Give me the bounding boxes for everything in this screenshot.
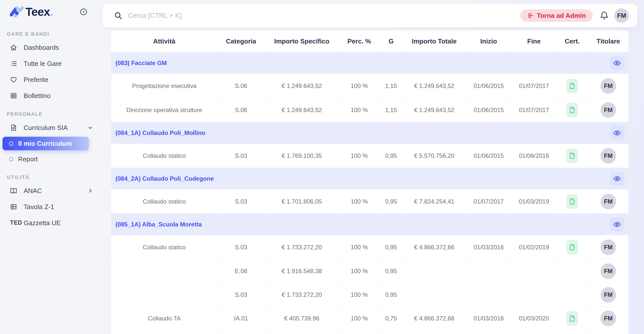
cell-cert xyxy=(556,235,588,259)
table-row: Direzione operativa struttureS.06€ 1.249… xyxy=(111,98,628,122)
owner-avatar[interactable]: FM xyxy=(600,240,616,255)
list-icon xyxy=(10,60,17,67)
subcell-titolare: FM xyxy=(588,259,628,283)
subcell-categoria: E.08 xyxy=(218,259,265,283)
eye-icon xyxy=(613,129,621,137)
cell-attivita: Collaudo statico xyxy=(111,189,218,213)
group-label: (084_1A) Collaudo Poli_Mollino xyxy=(115,129,205,136)
cell-importo_specifico: € 1.733.272,20 xyxy=(265,235,339,259)
sidebar-item-curriculum-sia[interactable]: Curriculum SIA xyxy=(0,120,102,136)
search-input[interactable] xyxy=(128,12,520,20)
sidebar-item-label: Preferite xyxy=(24,76,93,84)
table-grid-icon xyxy=(10,203,17,210)
sidebar-item-bollettino[interactable]: Bollettino xyxy=(0,88,102,104)
sidebar-item-il-mio-curriculum[interactable]: Il mio Curriculum xyxy=(3,137,89,150)
sidebar-item-dashboards[interactable]: Dashboards xyxy=(0,39,102,56)
sidebar-item-anac[interactable]: ANAC xyxy=(0,183,102,199)
home-icon xyxy=(10,44,17,51)
certificate-file-icon xyxy=(569,106,576,114)
subcell-importo_specifico: € 1.733.272,20 xyxy=(265,283,339,307)
table-row: Collaudo staticoS.03€ 1.769.100,35100 %0… xyxy=(111,144,628,168)
cell-importo_specifico: € 1.249.643,52 xyxy=(265,98,339,122)
cell-categoria: S.06 xyxy=(218,98,265,122)
topbar: Torna ad Admin FM xyxy=(102,4,637,27)
view-group-button[interactable] xyxy=(610,172,624,186)
certificate-file-icon xyxy=(569,243,576,251)
certificate-file-icon xyxy=(569,198,576,205)
column-header: Titolare xyxy=(588,30,628,52)
cell-importo_specifico: € 1.249.643,52 xyxy=(265,74,339,98)
notifications-button[interactable] xyxy=(600,11,609,20)
owner-avatar[interactable]: FM xyxy=(600,78,616,94)
cell-categoria: S.03 xyxy=(218,235,265,259)
section-label-personale: PERSONALE xyxy=(7,111,102,117)
column-header: Attività xyxy=(111,30,218,52)
table-group-row[interactable]: (085_1A) Alba_Scuola Moretta xyxy=(111,214,628,235)
ted-icon: TED xyxy=(10,219,17,226)
view-group-button[interactable] xyxy=(610,126,624,140)
eye-icon xyxy=(613,221,621,228)
brand-name: Teex. xyxy=(25,5,53,19)
sidebar-toggle-button[interactable] xyxy=(80,8,87,16)
heart-icon xyxy=(10,76,17,83)
eye-icon xyxy=(613,59,621,67)
certificate-badge xyxy=(567,194,578,209)
column-header: Inizio xyxy=(466,30,512,52)
cell-perc: 100 % xyxy=(339,74,380,98)
cell-importo_specifico: € 1.701.806,05 xyxy=(265,189,339,213)
column-header: Fine xyxy=(512,30,556,52)
sidebar-item-report[interactable]: Report xyxy=(0,151,102,167)
cell-g: 1,15 xyxy=(380,98,403,122)
cell-attivita: Direzione operativa strutture xyxy=(111,98,218,122)
owner-avatar[interactable]: FM xyxy=(600,148,616,164)
cell-titolare: FM xyxy=(588,189,628,213)
owner-avatar[interactable]: FM xyxy=(600,102,616,118)
table-group-row[interactable]: (084_2A) Collaudo Poli_Codegone xyxy=(111,168,628,189)
torna-ad-admin-button[interactable]: Torna ad Admin xyxy=(520,9,593,22)
newspaper-icon xyxy=(10,92,17,99)
table-group-row[interactable]: (084_1A) Collaudo Poli_Mollino xyxy=(111,122,628,144)
certificate-badge xyxy=(567,79,578,93)
cell-inizio: 01/06/2015 xyxy=(466,144,512,168)
sidebar: Teex. GARE E BANDI Dashboards Tutte le G… xyxy=(0,0,102,334)
sidebar-item-preferite[interactable]: Preferite xyxy=(0,72,102,88)
user-avatar[interactable]: FM xyxy=(614,8,629,23)
sidebar-item-tavola-z1[interactable]: Tavola Z-1 xyxy=(0,199,102,215)
column-header: Importo Specifico xyxy=(265,30,339,52)
sidebar-item-gazzetta-ue[interactable]: TED Gazzetta UE xyxy=(0,215,102,231)
cell-perc: 100 % xyxy=(339,189,380,213)
view-group-button[interactable] xyxy=(610,56,624,70)
bell-icon xyxy=(600,11,609,20)
cell-inizio: 01/03/2016 xyxy=(466,235,512,259)
sidebar-item-tutte-le-gare[interactable]: Tutte le Gare xyxy=(0,56,102,72)
group-label: (083) Facciate GM xyxy=(115,60,167,67)
sidebar-item-label: Bollettino xyxy=(24,92,93,100)
cell-importo_specifico: € 1.769.100,35 xyxy=(265,144,339,168)
owner-avatar[interactable]: FM xyxy=(600,263,616,279)
view-group-button[interactable] xyxy=(610,217,624,231)
table-group-row[interactable]: (083) Facciate GM xyxy=(111,52,628,74)
subcell-perc: 100 % xyxy=(339,259,380,283)
table-row: Collaudo staticoS.03€ 1.701.806,05100 %0… xyxy=(111,189,628,214)
logout-icon xyxy=(527,12,534,19)
owner-avatar[interactable]: FM xyxy=(600,194,616,209)
cell-g: 0,95 xyxy=(380,235,403,259)
sidebar-item-label: Tutte le Gare xyxy=(24,60,93,68)
circle-dot-icon xyxy=(80,8,87,16)
subcell-empty xyxy=(339,330,380,334)
cell-perc: 100 % xyxy=(339,144,380,168)
chevron-down-icon xyxy=(87,125,93,131)
brand-logo[interactable]: Teex. xyxy=(8,4,102,20)
bullet-circle-icon xyxy=(9,157,13,161)
merged-cell-fine: 01/03/2020 xyxy=(512,259,556,334)
subcell-perc: 100 % xyxy=(339,307,380,330)
table-multi-row: Collaudo TA€ 4.866.372,6601/03/201601/03… xyxy=(111,259,628,334)
certificate-file-icon xyxy=(569,315,576,322)
subcell-categoria: IA.01 xyxy=(218,307,265,330)
column-header: Categoria xyxy=(218,30,265,52)
cell-fine: 01/07/2017 xyxy=(512,74,556,98)
owner-avatar[interactable]: FM xyxy=(600,311,616,326)
subcell-importo_specifico: € 1.916.548,38 xyxy=(265,259,339,283)
owner-avatar[interactable]: FM xyxy=(600,287,616,303)
column-header: Cert. xyxy=(556,30,588,52)
